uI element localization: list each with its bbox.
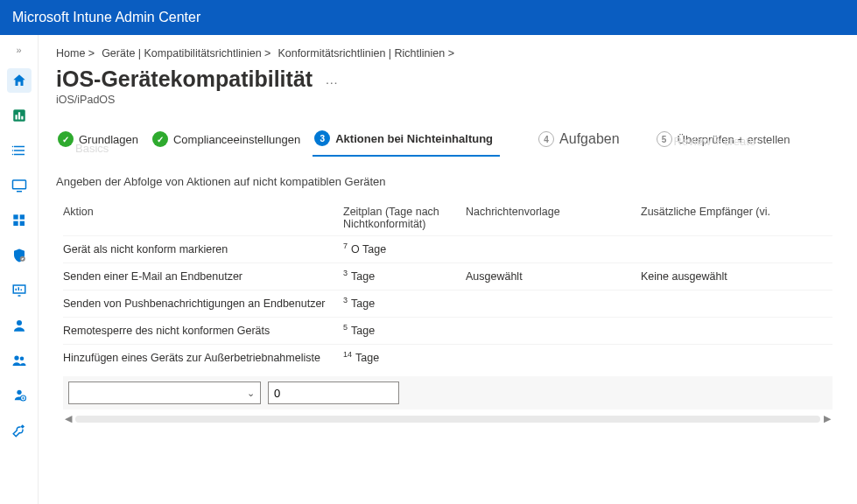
- cell-sup: 5: [343, 323, 348, 332]
- svg-rect-1: [15, 115, 17, 119]
- step-number-badge: 3: [314, 130, 330, 146]
- svg-rect-12: [13, 214, 18, 219]
- breadcrumb-item[interactable]: Konformitätsrichtlinien | Richtlinien >: [277, 47, 454, 60]
- cell-sup: 14: [343, 350, 352, 359]
- cell-days: Tage: [351, 298, 375, 310]
- table-header-row: Aktion Zeitplan (Tage nach Nichtkonformi…: [63, 200, 832, 235]
- nav-devices-icon[interactable]: [7, 173, 32, 198]
- step-number-badge: 4: [538, 131, 554, 147]
- nav-troubleshoot-icon[interactable]: [7, 418, 32, 443]
- cell-action: Remotesperre des nicht konformen Geräts: [63, 325, 343, 337]
- header-bar: Microsoft Intune Admin Center: [0, 0, 857, 35]
- svg-rect-15: [19, 221, 24, 226]
- side-nav: »: [0, 35, 39, 504]
- page-title-row: iOS-Gerätekompatibilität …: [56, 66, 839, 92]
- wizard-steps: ✓ Grundlagen Basics ✓ Complianceeinstell…: [56, 125, 839, 158]
- table-row[interactable]: Remotesperre des nicht konformen Geräts …: [63, 317, 832, 344]
- chevron-down-icon: ⌄: [247, 388, 255, 399]
- page-title: iOS-Gerätekompatibilität: [56, 66, 313, 92]
- wizard-label: Aufgaben: [559, 131, 620, 147]
- check-icon: ✓: [152, 131, 168, 147]
- cell-action: Senden von Pushbenachrichtigungen an End…: [63, 298, 343, 310]
- wizard-step-basics[interactable]: ✓ Grundlagen Basics: [56, 126, 145, 156]
- actions-table: Aktion Zeitplan (Tage nach Nichtkonformi…: [56, 200, 839, 424]
- svg-point-7: [11, 146, 13, 148]
- section-description: Angeben der Abfolge von Aktionen auf nic…: [56, 175, 839, 188]
- breadcrumb-item[interactable]: Geräte | Kompatibilitätsrichtlinien >: [102, 47, 270, 60]
- cell-days: Tage: [351, 325, 375, 337]
- breadcrumb-item[interactable]: Home >: [56, 47, 95, 60]
- svg-rect-14: [13, 221, 18, 226]
- cell-action: Senden einer E-Mail an Endbenutzer: [63, 270, 343, 283]
- wizard-step-assignments[interactable]: 4 Aufgaben: [537, 126, 627, 156]
- svg-point-23: [14, 355, 18, 360]
- shell: »: [0, 35, 857, 504]
- cell-template: Ausgewählt: [466, 270, 641, 283]
- days-input[interactable]: [268, 382, 399, 404]
- table-row[interactable]: Senden von Pushbenachrichtigungen an End…: [63, 290, 832, 317]
- wizard-faint: Review + create: [674, 135, 756, 148]
- svg-point-25: [17, 390, 21, 395]
- nav-groups-icon[interactable]: [7, 348, 32, 373]
- table-row[interactable]: Gerät als nicht konform markieren 7O Tag…: [63, 235, 832, 262]
- cell-action: Hinzufügen eines Geräts zur Außerbetrieb…: [63, 352, 343, 364]
- cell-recipients: Keine ausgewählt: [641, 270, 832, 283]
- svg-point-8: [11, 150, 13, 151]
- check-icon: ✓: [58, 131, 74, 147]
- svg-point-24: [19, 357, 24, 361]
- scroll-right-icon[interactable]: ▶: [822, 413, 832, 424]
- table-row[interactable]: Senden einer E-Mail an Endbenutzer 3Tage…: [63, 262, 832, 290]
- svg-rect-10: [12, 180, 25, 189]
- cell-days: O Tage: [351, 243, 386, 256]
- table-row[interactable]: Hinzufügen eines Geräts zur Außerbetrieb…: [63, 344, 832, 371]
- wizard-label: Complianceeinstellungen: [173, 133, 300, 146]
- scroll-track[interactable]: [75, 416, 820, 423]
- cell-sup: 3: [343, 269, 348, 277]
- svg-rect-2: [18, 112, 19, 119]
- col-header-recipients: Zusätzliche Empfänger (vi.: [641, 206, 832, 230]
- svg-rect-13: [19, 214, 24, 219]
- wizard-faint: Basics: [75, 142, 109, 155]
- horizontal-scrollbar[interactable]: ◀ ▶: [63, 413, 832, 424]
- step-number-badge: 5: [657, 131, 672, 147]
- cell-action: Gerät als nicht konform markieren: [63, 243, 343, 256]
- wizard-label: Aktionen bei Nichteinhaltung: [335, 132, 493, 145]
- nav-dashboard-icon[interactable]: [7, 103, 32, 128]
- nav-apps-icon[interactable]: [7, 208, 32, 233]
- page-subtitle: iOS/iPadOS: [56, 94, 839, 106]
- nav-users-icon[interactable]: [7, 313, 32, 338]
- scroll-left-icon[interactable]: ◀: [63, 413, 74, 424]
- main-content: Home > Geräte | Kompatibilitätsrichtlini…: [39, 35, 857, 504]
- wizard-step-review[interactable]: 5 Überprüfen + erstellen Review + create: [655, 126, 797, 156]
- action-dropdown[interactable]: ⌄: [68, 382, 261, 404]
- cell-days: Tage: [351, 270, 375, 283]
- svg-point-9: [11, 154, 13, 156]
- breadcrumb: Home > Geräte | Kompatibilitätsrichtlini…: [56, 47, 839, 60]
- nav-tenant-admin-icon[interactable]: [7, 383, 32, 408]
- nav-all-services-icon[interactable]: [7, 138, 32, 163]
- wizard-step-actions[interactable]: 3 Aktionen bei Nichteinhaltung: [313, 125, 500, 157]
- cell-sup: 7: [343, 242, 348, 250]
- wizard-step-compliance[interactable]: ✓ Complianceeinstellungen: [151, 126, 307, 156]
- collapse-chevron-icon[interactable]: »: [7, 42, 32, 58]
- nav-reports-icon[interactable]: [7, 278, 32, 303]
- header-title: Microsoft Intune Admin Center: [12, 10, 200, 25]
- new-action-row: ⌄: [63, 376, 832, 410]
- nav-security-icon[interactable]: [7, 243, 32, 268]
- col-header-schedule: Zeitplan (Tage nach Nichtkonformität): [343, 206, 466, 230]
- cell-sup: 3: [343, 296, 348, 304]
- nav-home-icon[interactable]: [7, 68, 32, 93]
- more-menu-icon[interactable]: …: [325, 72, 338, 87]
- svg-rect-3: [21, 116, 23, 120]
- col-header-action: Aktion: [63, 206, 343, 230]
- cell-days: Tage: [355, 352, 379, 364]
- svg-point-22: [17, 320, 22, 326]
- col-header-template: Nachrichtenvorlage: [466, 206, 641, 230]
